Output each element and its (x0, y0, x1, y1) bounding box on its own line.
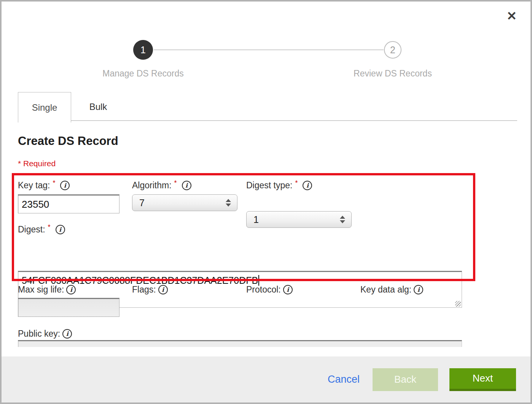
max-sig-life-label-text: Max sig life: (18, 285, 64, 295)
create-ds-record-modal: ✕ 1 2 Manage DS Records Review DS Record… (0, 0, 532, 404)
back-button[interactable]: Back (373, 368, 438, 391)
public-key-label-text: Public key: (18, 329, 60, 339)
close-icon[interactable]: ✕ (507, 10, 517, 22)
key-data-alg-label-text: Key data alg: (360, 285, 411, 295)
digest-type-info-icon[interactable]: i (303, 181, 312, 190)
key-tag-label-text: Key tag: (18, 180, 50, 191)
required-note: * Required (18, 159, 56, 168)
algorithm-label-text: Algorithm: (132, 180, 172, 191)
algorithm-info-icon[interactable]: i (182, 181, 191, 190)
stepper-step-2-number: 2 (390, 45, 395, 56)
modal-footer: Cancel Back Next (2, 356, 530, 402)
tab-single[interactable]: Single (18, 92, 71, 122)
protocol-label-text: Protocol: (246, 285, 281, 295)
digest-type-label-text: Digest type: (246, 180, 292, 191)
digest-type-label: Digest type: * i (246, 179, 312, 192)
stepper-step-2-circle: 2 (384, 41, 401, 59)
key-tag-value: 23550 (22, 199, 49, 210)
protocol-label: Protocol: i (246, 283, 293, 296)
cancel-link[interactable]: Cancel (328, 374, 360, 385)
digest-info-icon[interactable]: i (56, 225, 65, 234)
key-data-alg-label: Key data alg: i (360, 283, 423, 296)
max-sig-life-info-icon[interactable]: i (66, 285, 76, 294)
flags-label-text: Flags: (132, 285, 156, 295)
algorithm-value: 7 (139, 197, 145, 208)
digest-required-asterisk: * (48, 223, 51, 231)
tab-bulk[interactable]: Bulk (72, 94, 125, 120)
flags-info-icon[interactable]: i (158, 285, 168, 294)
resize-handle[interactable] (455, 301, 461, 307)
select-arrows-icon (226, 199, 231, 207)
digest-type-required-asterisk: * (295, 179, 298, 187)
key-tag-required-asterisk: * (53, 179, 55, 187)
page-title: Create DS Record (18, 134, 118, 148)
algorithm-required-asterisk: * (174, 179, 177, 187)
protocol-info-icon[interactable]: i (283, 285, 293, 294)
digest-label-text: Digest: (18, 224, 45, 235)
max-sig-life-input[interactable] (18, 298, 119, 317)
stepper-step-1-number: 1 (140, 45, 146, 56)
public-key-label: Public key: i (18, 327, 72, 340)
stepper-connector (154, 49, 384, 50)
stepper-step-1-circle: 1 (133, 40, 153, 60)
digest-type-value: 1 (253, 214, 259, 225)
algorithm-select[interactable]: 7 (132, 194, 237, 211)
key-tag-label: Key tag: * i (18, 179, 70, 192)
public-key-textarea[interactable] (18, 340, 462, 347)
stepper-step-2-label: Review DS Records (347, 68, 438, 79)
key-tag-input[interactable]: 23550 (18, 194, 119, 213)
key-tag-info-icon[interactable]: i (60, 181, 70, 190)
digest-type-select[interactable]: 1 (246, 211, 352, 228)
algorithm-label: Algorithm: * i (132, 179, 191, 192)
next-button[interactable]: Next (449, 368, 516, 391)
stepper-step-1-label: Manage DS Records (97, 68, 189, 79)
key-data-alg-info-icon[interactable]: i (414, 285, 423, 294)
highlight-red-box (12, 173, 475, 281)
digest-label: Digest: * i (18, 223, 65, 236)
public-key-info-icon[interactable]: i (62, 329, 72, 339)
tab-bar-divider (71, 120, 517, 121)
max-sig-life-label: Max sig life: i (18, 283, 76, 296)
flags-label: Flags: i (132, 283, 168, 296)
select-arrows-icon (340, 216, 345, 223)
